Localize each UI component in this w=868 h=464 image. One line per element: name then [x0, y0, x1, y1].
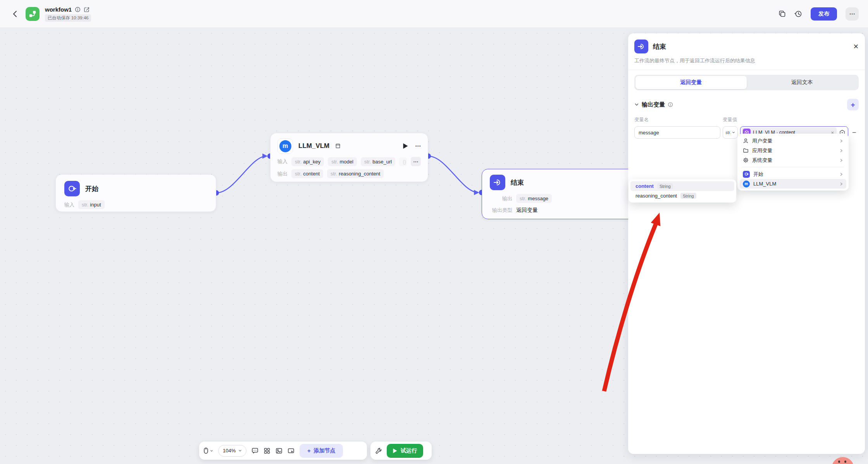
add-node-button[interactable]: + 添加节点 [300, 444, 343, 458]
col-variable-value: 变量值 [723, 117, 737, 123]
submenu-label: content [636, 183, 654, 189]
tag-name: model [340, 159, 353, 165]
type-value: str. [725, 130, 731, 135]
chevron-right-icon [839, 149, 843, 153]
menu-label: 用户变量 [752, 137, 772, 144]
node-title: LLM_VLM [298, 142, 329, 150]
panel-header: 结束 ✕ [628, 33, 865, 53]
menu-item-system-vars[interactable]: 系统变量 [740, 155, 846, 165]
edit-icon[interactable] [84, 7, 90, 12]
test-run-button[interactable]: 试运行 [387, 444, 423, 458]
more-button[interactable]: ⋯ [846, 7, 859, 21]
llm-node-icon: m [743, 180, 750, 187]
start-node-icon [64, 181, 80, 196]
add-variable-button[interactable]: + [847, 99, 859, 110]
end-node-icon [634, 40, 648, 53]
section-title: 输出变量 [642, 101, 665, 108]
col-variable-name: 变量名 [634, 117, 723, 123]
output-variables-section-header: 输出变量 + [634, 99, 859, 110]
menu-item-llm-node[interactable]: m LLM_VLM [740, 179, 846, 189]
tag-type: str. [82, 202, 88, 208]
var-tag: str. base_url [361, 157, 395, 166]
gear-icon [743, 157, 749, 163]
end-node-icon [490, 175, 505, 190]
zoom-select[interactable]: 104% [218, 445, 246, 457]
mascot-eye [844, 461, 846, 463]
info-icon[interactable] [75, 7, 81, 12]
node-title: 开始 [85, 184, 98, 193]
column-labels: 变量名 变量值 [634, 117, 859, 123]
tag-name: reasoning_content [339, 171, 380, 177]
variable-name-input[interactable] [634, 126, 720, 139]
variable-source-dropdown: 用户变量 应用变量 系统变量 开始 m LLM_VLM [737, 134, 849, 191]
divider [742, 167, 844, 167]
history-icon[interactable] [794, 10, 802, 18]
output-label: 输出 [490, 195, 512, 202]
menu-label: LLM_VLM [753, 181, 776, 187]
publish-button[interactable]: 发布 [811, 7, 837, 21]
workflow-logo-icon [26, 7, 40, 21]
zoom-value: 104% [223, 448, 236, 454]
submenu-label: reasoning_content [636, 193, 677, 199]
tab-return-text[interactable]: 返回文本 [747, 76, 858, 89]
remove-variable-button[interactable]: − [852, 129, 856, 136]
var-tag: str. content [291, 169, 323, 178]
tag-name: base_url [372, 159, 392, 165]
menu-item-user-vars[interactable]: 用户变量 [740, 136, 846, 146]
plus-icon: + [307, 448, 310, 454]
start-node-icon [743, 171, 750, 178]
var-tag: str. message [516, 194, 552, 203]
run-node-icon[interactable] [403, 143, 408, 149]
tag-type: str. [364, 159, 371, 165]
variable-type-select[interactable]: str. [723, 126, 738, 139]
tag-type: str. [295, 159, 301, 165]
panel-title: 结束 [653, 42, 666, 51]
node-end[interactable]: 结束 输出 str. message 输出类型 返回变量 [482, 169, 648, 219]
node-more-icon[interactable]: ⋯ [415, 143, 421, 150]
var-tag: {} ext [399, 157, 407, 166]
menu-item-app-vars[interactable]: 应用变量 [740, 146, 846, 155]
autosave-badge: 已自动保存 10:39:46 [45, 14, 91, 22]
input-label: 输入 [64, 201, 74, 208]
llm-output-submenu: content String reasoning_content String [629, 179, 736, 203]
tag-type: str. [331, 159, 338, 165]
var-tag: str. input [78, 200, 105, 209]
tag-name: message [528, 196, 548, 201]
node-llm-vlm[interactable]: m LLM_VLM ⋯ 输入 str. api_key str. model s… [270, 133, 428, 182]
tab-return-variables[interactable]: 返回变量 [636, 76, 747, 89]
tag-name: input [90, 202, 101, 208]
chevron-down-icon[interactable] [634, 102, 639, 107]
chevron-right-icon [839, 139, 843, 143]
wrench-icon[interactable] [375, 447, 382, 454]
image-icon[interactable] [276, 447, 282, 454]
run-label: 试运行 [401, 447, 417, 454]
var-tag: str. model [328, 157, 357, 166]
submenu-item-content[interactable]: content String [630, 181, 734, 191]
type-badge: String [680, 193, 696, 199]
duplicate-icon[interactable] [778, 10, 786, 17]
more-tags-button[interactable]: ⋯ [411, 157, 421, 166]
chevron-right-icon [839, 172, 843, 176]
topbar: workfow1 已自动保存 10:39:46 发布 ⋯ [0, 0, 868, 28]
submenu-item-reasoning-content[interactable]: reasoning_content String [630, 191, 734, 201]
skill-icon [335, 143, 341, 149]
divider [628, 70, 865, 70]
play-icon [393, 449, 397, 453]
chevron-right-icon [839, 158, 843, 162]
input-label: 输入 [277, 158, 288, 165]
tag-name: content [303, 171, 320, 177]
folder-icon [743, 148, 749, 153]
layout-icon[interactable] [264, 447, 270, 454]
node-start[interactable]: 开始 输入 str. input [55, 174, 216, 212]
close-icon[interactable]: ✕ [853, 43, 859, 51]
end-node-config-panel: 结束 ✕ 工作流的最终节点，用于返回工作流运行后的结果信息 返回变量 返回文本 … [628, 33, 865, 454]
run-toolbar: 试运行 [370, 442, 432, 460]
add-node-label: 添加节点 [313, 447, 335, 454]
back-button[interactable] [9, 9, 20, 19]
menu-item-start-node[interactable]: 开始 [740, 169, 846, 179]
comment-icon[interactable] [251, 447, 258, 454]
capture-icon[interactable] [288, 447, 294, 454]
panel-subtitle: 工作流的最终节点，用于返回工作流运行后的结果信息 [628, 53, 865, 70]
pointer-mode-icon[interactable] [203, 447, 213, 454]
tag-type: str. [331, 171, 337, 177]
